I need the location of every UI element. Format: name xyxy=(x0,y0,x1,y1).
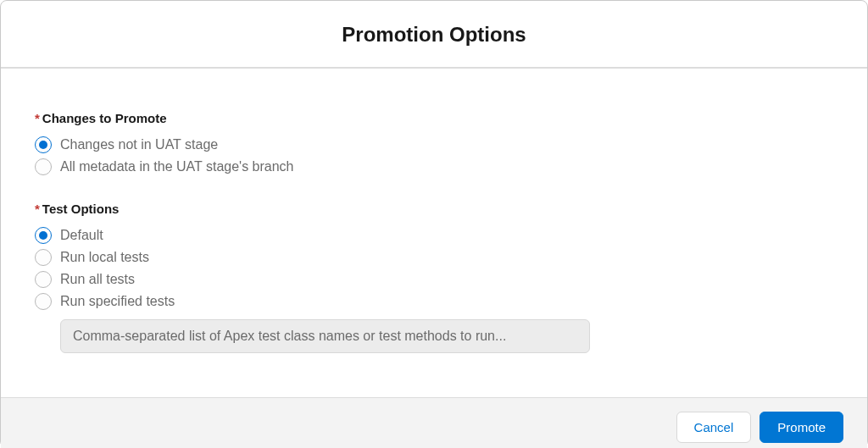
radio-label: Default xyxy=(60,228,103,243)
promote-button[interactable]: Promote xyxy=(760,412,843,443)
radio-label: Run specified tests xyxy=(60,294,175,309)
required-asterisk-icon: * xyxy=(35,202,40,216)
specified-tests-input-wrap xyxy=(35,319,833,353)
radio-icon xyxy=(35,158,52,175)
required-asterisk-icon: * xyxy=(35,111,40,125)
tests-label-text: Test Options xyxy=(42,202,120,216)
radio-label: All metadata in the UAT stage's branch xyxy=(60,159,294,174)
changes-section-label: *Changes to Promote xyxy=(35,111,833,125)
changes-to-promote-section: *Changes to Promote Changes not in UAT s… xyxy=(35,111,833,178)
specified-tests-input[interactable] xyxy=(60,319,590,353)
radio-icon xyxy=(35,136,52,153)
radio-label: Run local tests xyxy=(60,250,149,265)
radio-test-run-all[interactable]: Run all tests xyxy=(35,268,833,290)
promotion-options-modal: Promotion Options *Changes to Promote Ch… xyxy=(0,0,868,448)
radio-label: Run all tests xyxy=(60,272,135,287)
radio-label: Changes not in UAT stage xyxy=(60,137,218,152)
radio-icon xyxy=(35,227,52,244)
radio-test-run-local[interactable]: Run local tests xyxy=(35,246,833,268)
radio-icon xyxy=(35,271,52,288)
modal-header: Promotion Options xyxy=(1,1,867,69)
modal-title: Promotion Options xyxy=(1,23,867,47)
changes-label-text: Changes to Promote xyxy=(42,111,167,125)
test-options-section: *Test Options Default Run local tests Ru… xyxy=(35,202,833,353)
cancel-button[interactable]: Cancel xyxy=(676,412,752,443)
modal-body: *Changes to Promote Changes not in UAT s… xyxy=(1,69,867,397)
radio-all-metadata-uat-branch[interactable]: All metadata in the UAT stage's branch xyxy=(35,156,833,178)
modal-footer: Cancel Promote xyxy=(1,397,867,448)
radio-icon xyxy=(35,249,52,266)
radio-icon xyxy=(35,293,52,310)
radio-test-default[interactable]: Default xyxy=(35,224,833,246)
radio-changes-not-in-uat[interactable]: Changes not in UAT stage xyxy=(35,134,833,156)
radio-test-run-specified[interactable]: Run specified tests xyxy=(35,290,833,312)
tests-section-label: *Test Options xyxy=(35,202,833,216)
